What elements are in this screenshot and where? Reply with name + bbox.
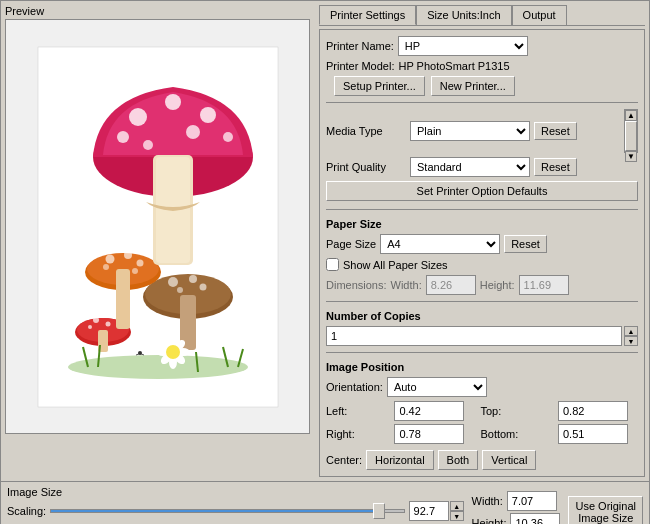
- copies-input[interactable]: [326, 326, 622, 346]
- media-type-select[interactable]: Plain: [410, 121, 530, 141]
- tab-output[interactable]: Output: [512, 5, 567, 25]
- svg-point-20: [136, 259, 143, 266]
- wh-panel: Width: 7.07 Height: 10.36: [472, 491, 561, 525]
- media-type-label: Media Type: [326, 125, 406, 137]
- mushroom-image: [28, 37, 288, 417]
- scrollbar[interactable]: ▲ ▼: [624, 109, 638, 153]
- position-grid: Left: 0.42 Top: 0.82 Right: 0.78 Bottom:…: [326, 401, 638, 444]
- image-size-label: Image Size: [7, 486, 62, 498]
- show-all-checkbox[interactable]: [326, 258, 339, 271]
- scroll-up[interactable]: ▲: [625, 110, 637, 121]
- svg-point-11: [168, 277, 178, 287]
- wh-height-label: Height:: [472, 517, 507, 525]
- main-window: Preview: [0, 0, 650, 524]
- bottom-label: Bottom:: [480, 428, 552, 440]
- divider-1: [326, 102, 638, 103]
- height-size-input[interactable]: 10.36: [510, 513, 560, 525]
- svg-point-7: [88, 325, 92, 329]
- page-size-row: Page Size A4 Reset: [326, 234, 638, 254]
- preview-box: [5, 19, 310, 434]
- svg-point-24: [129, 108, 147, 126]
- divider-3: [326, 301, 638, 302]
- printer-name-select[interactable]: HP: [398, 36, 528, 56]
- divider-2: [326, 209, 638, 210]
- svg-point-1: [68, 355, 248, 379]
- svg-point-29: [223, 132, 233, 142]
- both-button[interactable]: Both: [438, 450, 479, 470]
- width-row: Width: 7.07: [472, 491, 561, 511]
- copies-section: Number of Copies: [326, 310, 638, 322]
- slider-track: [50, 509, 404, 513]
- svg-point-6: [105, 321, 110, 326]
- scale-spinner: ▲ ▼: [450, 501, 464, 521]
- divider-4: [326, 352, 638, 353]
- slider-thumb[interactable]: [373, 503, 385, 519]
- scale-down-button[interactable]: ▼: [450, 511, 464, 521]
- svg-point-18: [105, 254, 114, 263]
- scroll-thumb[interactable]: [625, 121, 637, 151]
- height-row: Height: 10.36: [472, 513, 561, 525]
- svg-point-19: [124, 251, 132, 259]
- svg-point-12: [189, 275, 197, 283]
- height-label: Height:: [480, 279, 515, 291]
- print-quality-row: Print Quality Standard Reset: [326, 157, 638, 177]
- width-size-input[interactable]: 7.07: [507, 491, 557, 511]
- set-defaults-button[interactable]: Set Printer Option Defaults: [326, 181, 638, 201]
- wh-width-label: Width:: [472, 495, 503, 507]
- height-input[interactable]: 11.69: [519, 275, 569, 295]
- copies-down-button[interactable]: ▼: [624, 336, 638, 346]
- right-panel: Printer Settings Size Units:Inch Output …: [319, 5, 645, 477]
- use-original-button[interactable]: Use OriginalImage Size: [568, 496, 643, 525]
- bottom-input[interactable]: 0.51: [558, 424, 628, 444]
- copies-row: ▲ ▼: [326, 326, 638, 346]
- svg-point-5: [93, 317, 99, 323]
- width-label: Width:: [391, 279, 422, 291]
- page-size-reset-button[interactable]: Reset: [504, 235, 547, 253]
- orientation-label: Orientation:: [326, 381, 383, 393]
- quality-reset-button[interactable]: Reset: [534, 158, 577, 176]
- preview-panel: Preview: [5, 5, 315, 477]
- new-printer-button[interactable]: New Printer...: [431, 76, 515, 96]
- top-label: Top:: [480, 405, 552, 417]
- scroll-track: [625, 121, 637, 151]
- vertical-button[interactable]: Vertical: [482, 450, 536, 470]
- preview-label: Preview: [5, 5, 315, 17]
- printer-name-label: Printer Name:: [326, 40, 394, 52]
- svg-point-30: [143, 140, 153, 150]
- copies-up-button[interactable]: ▲: [624, 326, 638, 336]
- svg-point-21: [103, 264, 109, 270]
- dimensions-label: Dimensions:: [326, 279, 387, 291]
- center-label: Center:: [326, 454, 362, 466]
- top-input[interactable]: 0.82: [558, 401, 628, 421]
- width-input[interactable]: 8.26: [426, 275, 476, 295]
- svg-point-22: [132, 268, 138, 274]
- media-reset-button[interactable]: Reset: [534, 122, 577, 140]
- horizontal-button[interactable]: Horizontal: [366, 450, 434, 470]
- page-size-select[interactable]: A4: [380, 234, 500, 254]
- printer-name-row: Printer Name: HP: [326, 36, 638, 56]
- print-quality-select[interactable]: Standard: [410, 157, 530, 177]
- right-input[interactable]: 0.78: [394, 424, 464, 444]
- svg-rect-17: [116, 269, 130, 329]
- show-all-label: Show All Paper Sizes: [343, 259, 448, 271]
- tab-size-units[interactable]: Size Units:Inch: [416, 5, 511, 25]
- printer-buttons-row: Setup Printer... New Printer...: [326, 76, 638, 96]
- svg-point-27: [117, 131, 129, 143]
- printer-model-row: Printer Model: HP PhotoSmart P1315: [326, 60, 638, 72]
- orientation-select[interactable]: Auto Portrait Landscape: [387, 377, 487, 397]
- scale-up-button[interactable]: ▲: [450, 501, 464, 511]
- scale-value-input[interactable]: 92.7: [409, 501, 449, 521]
- scaling-label: Scaling:: [7, 505, 46, 517]
- scaling-slider-container[interactable]: [50, 502, 404, 520]
- content-area: Preview: [1, 1, 649, 481]
- dimensions-row: Dimensions: Width: 8.26 Height: 11.69: [326, 275, 638, 295]
- print-quality-label: Print Quality: [326, 161, 406, 173]
- left-input[interactable]: 0.42: [394, 401, 464, 421]
- image-position-section: Image Position: [326, 361, 638, 373]
- tab-printer-settings[interactable]: Printer Settings: [319, 5, 416, 25]
- printer-model-value: HP PhotoSmart P1315: [398, 60, 509, 72]
- svg-point-14: [177, 287, 183, 293]
- svg-point-42: [166, 345, 180, 359]
- svg-point-28: [186, 125, 200, 139]
- setup-printer-button[interactable]: Setup Printer...: [334, 76, 425, 96]
